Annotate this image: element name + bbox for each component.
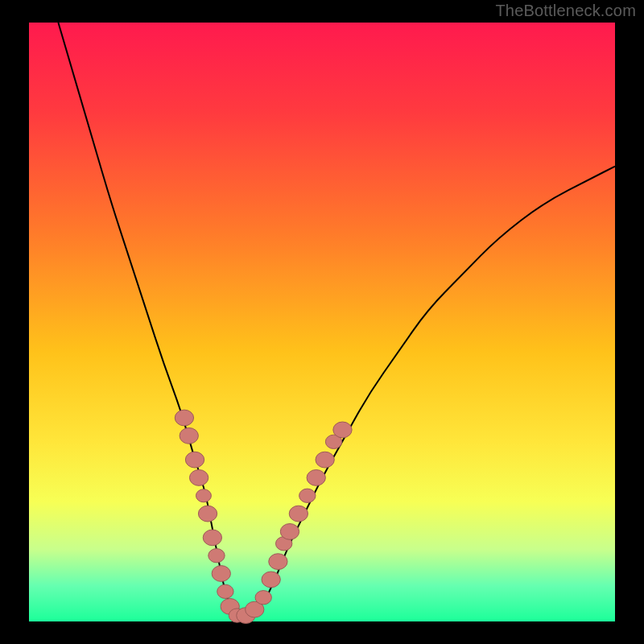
marker-point [269, 554, 287, 570]
marker-point [289, 506, 308, 522]
plot-gradient [29, 23, 615, 621]
marker-point [198, 506, 217, 522]
marker-point [255, 591, 271, 605]
marker-point [208, 548, 225, 562]
bottleneck-chart [0, 0, 644, 644]
marker-point [280, 523, 299, 539]
marker-point [189, 470, 208, 486]
watermark-text: TheBottleneck.com [495, 2, 636, 20]
marker-point [175, 410, 193, 426]
marker-point [316, 452, 334, 468]
marker-point [196, 489, 211, 502]
marker-point [203, 530, 221, 546]
marker-point [212, 566, 230, 582]
marker-point [262, 572, 280, 588]
marker-point [180, 427, 198, 444]
marker-point [185, 452, 204, 468]
marker-point [307, 470, 325, 486]
marker-point [299, 489, 316, 502]
marker-point [333, 422, 352, 438]
marker-point [217, 584, 233, 598]
